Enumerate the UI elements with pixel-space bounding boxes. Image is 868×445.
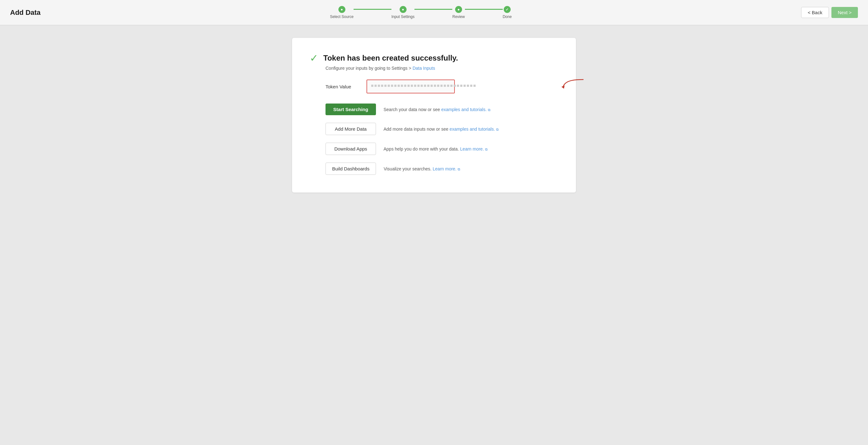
success-checkmark-icon: ✓ [310, 53, 318, 63]
action-row-add-more-data: Add More Data Add more data inputs now o… [326, 123, 558, 135]
build-dashboards-desc: Visualize your searches. Learn more. ⧉ [383, 166, 460, 171]
external-link-icon-1: ⧉ [488, 108, 491, 112]
step-input-settings: ● Input Settings [392, 6, 414, 19]
step-label-4: Done [503, 14, 512, 19]
add-more-data-button[interactable]: Add More Data [326, 123, 376, 135]
action-row-start-searching: Start Searching Search your data now or … [326, 103, 558, 115]
stepper: ● Select Source ● Input Settings ● Revie… [56, 6, 786, 19]
download-apps-link[interactable]: Learn more. [460, 146, 484, 151]
start-searching-button[interactable]: Start Searching [326, 103, 376, 115]
build-dashboards-link[interactable]: Learn more. [433, 166, 456, 171]
download-apps-desc: Apps help you do more with your data. Le… [383, 146, 488, 151]
step-label-1: Select Source [330, 14, 353, 19]
back-button[interactable]: < Back [801, 7, 829, 18]
header: Add Data ● Select Source ● Input Setting… [0, 0, 868, 25]
token-label: Token Value [326, 84, 367, 89]
token-value-text: ■■■■■■■■■■■■■■■■■■■■■■■■■■■■■■■■ [371, 83, 476, 88]
next-button[interactable]: Next > [831, 7, 858, 18]
step-label-2: Input Settings [392, 14, 414, 19]
success-header: ✓ Token has been created successfully. [310, 53, 558, 63]
add-more-data-desc: Add more data inputs now or see examples… [383, 126, 499, 131]
page-title: Add Data [10, 8, 41, 17]
external-link-icon-4: ⧉ [458, 167, 460, 171]
step-select-source: ● Select Source [330, 6, 353, 19]
external-link-icon-3: ⧉ [485, 147, 488, 151]
step-line-2 [414, 9, 452, 10]
add-more-data-link[interactable]: examples and tutorials. [450, 126, 495, 131]
token-value-box: ■■■■■■■■■■■■■■■■■■■■■■■■■■■■■■■■ [367, 80, 455, 93]
step-line-1 [353, 9, 392, 10]
success-subtitle: Configure your inputs by going to Settin… [326, 66, 558, 71]
main-card: ✓ Token has been created successfully. C… [292, 38, 576, 192]
external-link-icon-2: ⧉ [496, 127, 499, 131]
step-line-3 [465, 9, 503, 10]
data-inputs-link[interactable]: Data Inputs [412, 66, 435, 71]
token-row: Token Value ■■■■■■■■■■■■■■■■■■■■■■■■■■■■… [326, 80, 558, 93]
build-dashboards-button[interactable]: Build Dashboards [326, 162, 376, 175]
start-searching-link[interactable]: examples and tutorials. [441, 107, 487, 112]
step-circle-3: ● [455, 6, 462, 13]
download-apps-button[interactable]: Download Apps [326, 143, 376, 155]
action-row-build-dashboards: Build Dashboards Visualize your searches… [326, 162, 558, 175]
step-label-3: Review [452, 14, 465, 19]
page-content: ✓ Token has been created successfully. C… [0, 25, 868, 205]
nav-buttons: < Back Next > [801, 7, 858, 18]
action-row-download-apps: Download Apps Apps help you do more with… [326, 143, 558, 155]
svg-marker-0 [561, 86, 565, 89]
success-title: Token has been created successfully. [323, 54, 458, 62]
step-circle-2: ● [400, 6, 407, 13]
start-searching-desc: Search your data now or see examples and… [383, 107, 491, 112]
step-circle-1: ● [338, 6, 345, 13]
step-review: ● Review [452, 6, 465, 19]
red-arrow-annotation [561, 78, 587, 95]
action-rows: Start Searching Search your data now or … [326, 103, 558, 175]
step-done: ✓ Done [503, 6, 512, 19]
subtitle-plain: Configure your inputs by going to Settin… [326, 66, 412, 71]
step-circle-4: ✓ [504, 6, 510, 13]
